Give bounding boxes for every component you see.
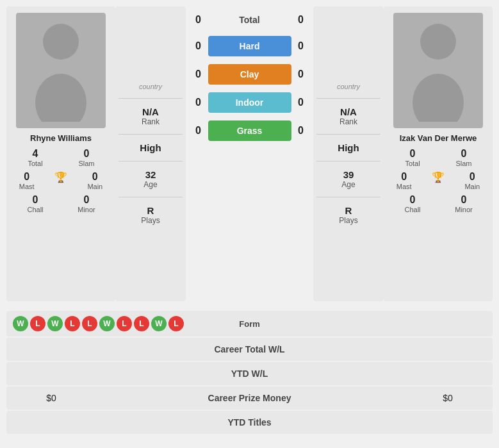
- right-stat-row-2: 0 Mast 🏆 0 Main: [387, 171, 489, 190]
- right-trophy-icon: 🏆: [432, 171, 445, 183]
- right-plays-label: Plays: [339, 216, 357, 225]
- right-mast-cell: 0 Mast: [388, 171, 420, 190]
- left-rank-block: N/A Rank: [119, 99, 183, 135]
- left-form-badges: W L W L L W L L W L: [13, 316, 209, 331]
- right-main-cell: 0 Main: [456, 171, 488, 190]
- left-player-card: Rhyne Williams 4 Total 0 Slam 0 Mast: [6, 6, 115, 301]
- right-rank-label: Rank: [339, 117, 357, 126]
- right-player-name: Izak Van Der Merwe: [400, 133, 477, 143]
- comparison-section: Rhyne Williams 4 Total 0 Slam 0 Mast: [0, 0, 499, 308]
- grass-court-button[interactable]: Grass: [208, 120, 291, 141]
- left-age-block: 32 Age: [119, 162, 183, 197]
- right-slam-value: 0: [461, 148, 467, 160]
- ytd-titles-row: YTD Titles: [6, 411, 493, 434]
- left-plays-value: R: [147, 205, 154, 216]
- right-plays-block: R Plays: [316, 197, 380, 233]
- center-section: 0 Total 0 0 Hard 0 0 Clay 0 0 Indoor 0: [186, 6, 313, 301]
- left-mast-label: Mast: [19, 183, 35, 190]
- indoor-score-right: 0: [291, 97, 311, 108]
- right-mast-value: 0: [401, 171, 407, 183]
- total-score-left: 0: [189, 14, 208, 26]
- career-prize-right: $0: [409, 393, 486, 403]
- left-surface-value: High: [140, 142, 161, 153]
- left-main-label: Main: [87, 183, 102, 190]
- right-total-value: 0: [410, 148, 416, 160]
- left-main-value: 0: [92, 171, 98, 183]
- right-age-block: 39 Age: [316, 162, 380, 197]
- form-label: Form: [211, 319, 288, 329]
- right-chall-label: Chall: [404, 206, 420, 213]
- left-chall-label: Chall: [27, 206, 43, 213]
- left-minor-cell: 0 Minor: [70, 194, 102, 213]
- right-slam-label: Slam: [455, 160, 471, 167]
- form-badge-w2: W: [47, 316, 63, 331]
- left-mast-value: 0: [24, 171, 29, 183]
- indoor-court-button[interactable]: Indoor: [208, 92, 291, 113]
- left-slam-value: 0: [84, 148, 90, 160]
- right-player-stats: 0 Total 0 Slam 0 Mast 🏆: [387, 148, 489, 213]
- clay-score-left: 0: [189, 69, 208, 80]
- left-player-name: Rhyne Williams: [30, 133, 92, 143]
- right-chall-value: 0: [410, 194, 416, 206]
- right-slam-cell: 0 Slam: [448, 148, 480, 167]
- form-badge-l4: L: [117, 316, 132, 331]
- right-age-label: Age: [341, 180, 355, 189]
- clay-court-button[interactable]: Clay: [208, 64, 291, 85]
- right-minor-value: 0: [461, 194, 467, 206]
- right-plays-value: R: [345, 205, 352, 216]
- left-player-stats: 4 Total 0 Slam 0 Mast 🏆: [10, 148, 112, 213]
- right-rank-block: N/A Rank: [316, 99, 380, 135]
- right-main-label: Main: [464, 183, 480, 190]
- right-surface-value: High: [338, 142, 359, 153]
- form-badge-w4: W: [151, 316, 167, 331]
- left-stat-row-2: 0 Mast 🏆 0 Main: [10, 171, 112, 190]
- right-main-value: 0: [470, 171, 475, 183]
- hard-court-button[interactable]: Hard: [208, 36, 291, 56]
- right-trophy-cell: 🏆: [422, 171, 454, 190]
- right-country-block: country: [316, 75, 380, 99]
- career-prize-left: $0: [13, 393, 90, 403]
- right-player-card: Izak Van Der Merwe 0 Total 0 Slam 0 Mas: [384, 6, 493, 301]
- career-prize-label: Career Prize Money: [90, 393, 409, 403]
- right-surface-block: High: [316, 135, 380, 162]
- left-age-value: 32: [145, 169, 156, 180]
- left-slam-label: Slam: [78, 160, 94, 167]
- career-total-label: Career Total W/L: [90, 344, 409, 354]
- right-stat-row-3: 0 Chall 0 Minor: [387, 194, 489, 213]
- left-total-value: 4: [33, 148, 38, 160]
- ytd-wl-label: YTD W/L: [90, 369, 409, 379]
- clay-score-right: 0: [291, 69, 311, 80]
- left-age-label: Age: [143, 180, 157, 189]
- grass-score-left: 0: [189, 125, 208, 137]
- left-minor-label: Minor: [78, 206, 95, 213]
- left-chall-cell: 0 Chall: [19, 194, 51, 213]
- right-total-cell: 0 Total: [397, 148, 429, 167]
- right-country-image: country: [337, 83, 360, 90]
- main-container: Rhyne Williams 4 Total 0 Slam 0 Mast: [0, 0, 499, 437]
- right-minor-cell: 0 Minor: [448, 194, 480, 213]
- indoor-score-left: 0: [189, 97, 208, 108]
- right-rank-value: N/A: [340, 106, 357, 117]
- left-stat-row-1: 4 Total 0 Slam: [10, 148, 112, 167]
- left-rank-value: N/A: [142, 106, 159, 117]
- form-badge-l2: L: [65, 316, 80, 331]
- right-stat-row-1: 0 Total 0 Slam: [387, 148, 489, 167]
- hard-score-left: 0: [189, 40, 208, 52]
- svg-point-1: [35, 74, 86, 122]
- form-row: W L W L L W L L W L Form: [6, 311, 493, 336]
- left-plays-block: R Plays: [119, 197, 183, 233]
- total-label: Total: [208, 15, 291, 25]
- left-rank-label: Rank: [142, 117, 160, 126]
- left-total-label: Total: [28, 160, 42, 167]
- right-minor-label: Minor: [455, 206, 473, 213]
- svg-point-2: [420, 24, 456, 60]
- form-badge-w1: W: [13, 316, 28, 331]
- ytd-titles-label: YTD Titles: [90, 417, 409, 427]
- left-stat-row-3: 0 Chall 0 Minor: [10, 194, 112, 213]
- left-player-avatar: [16, 13, 106, 128]
- left-mast-cell: 0 Mast: [11, 171, 43, 190]
- left-total-cell: 4 Total: [19, 148, 51, 167]
- form-badge-l6: L: [168, 316, 184, 331]
- right-player-avatar: [393, 13, 483, 128]
- grass-score-row: 0 Grass 0: [186, 117, 313, 145]
